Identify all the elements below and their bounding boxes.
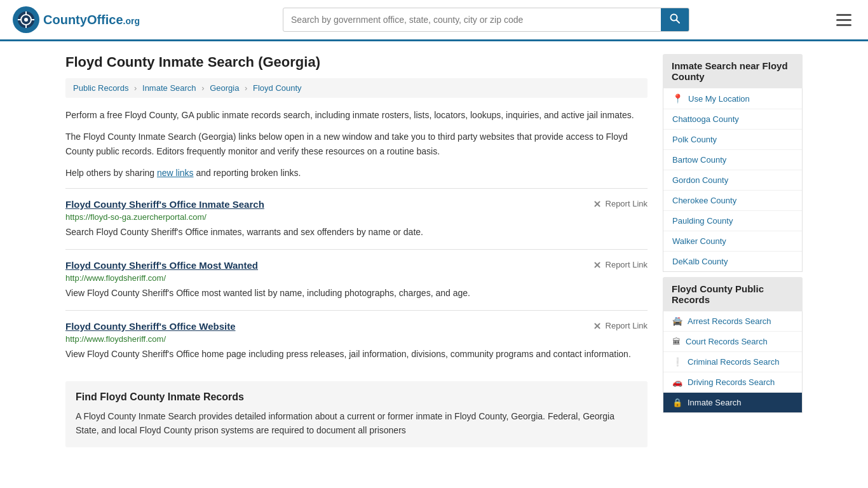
sidebar-item-chattooga[interactable]: Chattooga County <box>663 109 802 130</box>
report-link-2[interactable]: Report Link <box>592 260 648 270</box>
search-input[interactable] <box>283 10 661 30</box>
sidebar-item-criminal-records[interactable]: ❕ Criminal Records Search <box>663 352 802 372</box>
site-header: CountyOffice.org <box>0 0 868 41</box>
main-container: Floyd County Inmate Search (Georgia) Pub… <box>53 41 815 460</box>
sidebar: Inmate Search near Floyd County 📍 Use My… <box>663 54 803 447</box>
svg-line-8 <box>677 20 680 24</box>
page-title: Floyd County Inmate Search (Georgia) <box>65 54 648 71</box>
result-title-3[interactable]: Floyd County Sheriff's Office Website <box>65 321 236 332</box>
intro-paragraph-2: The Floyd County Inmate Search (Georgia)… <box>65 130 648 158</box>
breadcrumb-inmate-search[interactable]: Inmate Search <box>142 83 196 93</box>
result-url-3[interactable]: http://www.floydsheriff.com/ <box>65 334 648 344</box>
sidebar-nearby-heading: Inmate Search near Floyd County <box>663 54 803 88</box>
report-link-1[interactable]: Report Link <box>592 199 648 209</box>
breadcrumb-floyd-county[interactable]: Floyd County <box>253 83 302 93</box>
sidebar-item-walker[interactable]: Walker County <box>663 231 802 252</box>
result-card-3: Floyd County Sheriff's Office Website Re… <box>65 310 648 371</box>
menu-button[interactable] <box>832 10 855 30</box>
sidebar-item-inmate-search[interactable]: 🔒 Inmate Search <box>663 393 802 412</box>
search-button[interactable] <box>661 8 689 31</box>
search-bar <box>283 8 689 32</box>
sidebar-item-driving-records[interactable]: 🚗 Driving Records Search <box>663 372 802 393</box>
sidebar-nearby-section: Inmate Search near Floyd County 📍 Use My… <box>663 54 803 272</box>
use-location-link[interactable]: Use My Location <box>688 94 750 104</box>
result-title-2[interactable]: Floyd County Sheriff's Office Most Wante… <box>65 260 258 271</box>
report-icon-3 <box>592 321 602 331</box>
report-icon-1 <box>592 199 602 209</box>
result-desc-1: Search Floyd County Sheriff's Office inm… <box>65 226 648 239</box>
find-section-heading: Find Floyd County Inmate Records <box>76 391 637 403</box>
content-area: Floyd County Inmate Search (Georgia) Pub… <box>65 54 648 447</box>
intro-paragraph-1: Perform a free Floyd County, GA public i… <box>65 108 648 122</box>
sidebar-item-dekalb[interactable]: DeKalb County <box>663 252 802 271</box>
breadcrumb-public-records[interactable]: Public Records <box>73 83 128 93</box>
sidebar-public-records-section: Floyd County Public Records 🚔 Arrest Rec… <box>663 277 803 413</box>
result-title-1[interactable]: Floyd County Sheriff's Office Inmate Sea… <box>65 199 264 210</box>
report-icon-2 <box>592 260 602 270</box>
result-url-1[interactable]: https://floyd-so-ga.zuercherportal.com/ <box>65 212 648 222</box>
sidebar-public-records-list: 🚔 Arrest Records Search 🏛 Court Records … <box>663 311 803 413</box>
sidebar-nearby-list: 📍 Use My Location Chattooga County Polk … <box>663 88 803 272</box>
court-records-icon: 🏛 <box>672 337 681 346</box>
find-section-text: A Floyd County Inmate Search provides de… <box>76 409 637 438</box>
logo[interactable]: CountyOffice.org <box>13 6 140 33</box>
intro-paragraph-3: Help others by sharing new links and rep… <box>65 166 648 180</box>
result-url-2[interactable]: http://www.floydsheriff.com/ <box>65 273 648 283</box>
logo-icon <box>13 6 39 33</box>
location-icon: 📍 <box>672 93 683 104</box>
criminal-records-icon: ❕ <box>672 357 682 367</box>
logo-name: CountyOffice.org <box>43 13 140 27</box>
svg-point-2 <box>24 18 28 22</box>
find-section: Find Floyd County Inmate Records A Floyd… <box>65 381 648 448</box>
sidebar-item-polk[interactable]: Polk County <box>663 130 802 150</box>
breadcrumb-georgia[interactable]: Georgia <box>210 83 239 93</box>
sidebar-item-arrest-records[interactable]: 🚔 Arrest Records Search <box>663 311 802 332</box>
sidebar-item-paulding[interactable]: Paulding County <box>663 211 802 231</box>
sidebar-item-gordon[interactable]: Gordon County <box>663 170 802 191</box>
sidebar-item-cherokee[interactable]: Cherokee County <box>663 191 802 211</box>
arrest-records-icon: 🚔 <box>672 316 682 326</box>
sidebar-item-use-location[interactable]: 📍 Use My Location <box>663 88 802 109</box>
inmate-search-icon: 🔒 <box>672 398 682 407</box>
sidebar-public-records-heading: Floyd County Public Records <box>663 277 803 311</box>
result-card-2: Floyd County Sheriff's Office Most Wante… <box>65 249 648 310</box>
sidebar-item-court-records[interactable]: 🏛 Court Records Search <box>663 332 802 352</box>
result-desc-3: View Floyd County Sheriff's Office home … <box>65 348 648 361</box>
report-link-3[interactable]: Report Link <box>592 321 648 331</box>
breadcrumb: Public Records › Inmate Search › Georgia… <box>65 78 648 98</box>
result-card-1: Floyd County Sheriff's Office Inmate Sea… <box>65 188 648 249</box>
result-desc-2: View Floyd County Sheriff's Office most … <box>65 287 648 300</box>
driving-records-icon: 🚗 <box>672 377 682 387</box>
sidebar-item-bartow[interactable]: Bartow County <box>663 150 802 170</box>
new-links-link[interactable]: new links <box>157 168 194 178</box>
